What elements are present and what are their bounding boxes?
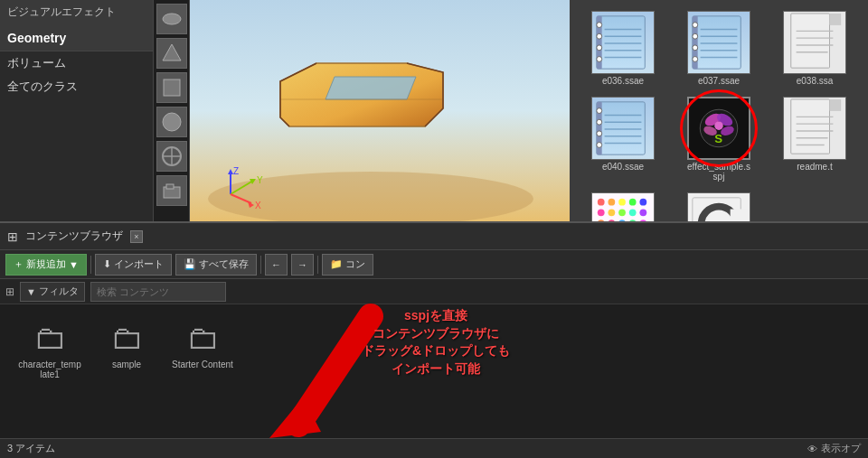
content-browser-close[interactable]: ×: [130, 230, 143, 243]
import-label: インポート: [114, 257, 164, 271]
file-thumb-ss-effect-png: [591, 192, 655, 221]
folder-sample[interactable]: 🗀 sample: [99, 315, 154, 373]
svg-point-66: [714, 121, 722, 129]
items-count: 3 アイテム: [7, 442, 55, 455]
file-thumb-effect-sample: S: [687, 97, 750, 160]
show-options-label: 表示オプ: [821, 442, 861, 455]
view-options: 👁 表示オプ: [807, 442, 861, 455]
filter-icon: ▼: [26, 286, 36, 297]
svg-rect-1: [164, 79, 180, 96]
svg-rect-42: [791, 14, 830, 68]
plus-icon: ＋: [14, 257, 24, 271]
thumb-4[interactable]: [156, 107, 187, 137]
file-name-e037: e037.ssae: [698, 76, 740, 86]
svg-point-2: [163, 113, 181, 131]
forward-button[interactable]: →: [291, 254, 314, 276]
svg-point-82: [598, 209, 605, 216]
file-browser: e036.ssae: [570, 0, 868, 221]
thumb-strip: [153, 0, 189, 221]
thumb-3[interactable]: [156, 72, 187, 103]
file-item-ss-effect-ssce[interactable]: ss_effect_c.ssce: [673, 189, 765, 221]
svg-point-85: [629, 209, 637, 216]
content-browser-statusbar: 3 アイテム 👁 表示オプ: [0, 438, 868, 458]
thumb-6[interactable]: [156, 175, 187, 206]
folder-icon-2: 🗀: [110, 319, 143, 357]
folder-starter-content[interactable]: 🗀 Starter Content: [168, 315, 237, 373]
svg-point-24: [597, 45, 602, 51]
svg-point-0: [163, 14, 181, 24]
save-all-button[interactable]: 💾 すべて保存: [175, 254, 257, 276]
file-name-effect-sample: effect_sample.sspj: [687, 162, 750, 182]
grid-view-icon: ⊞: [5, 285, 14, 298]
file-item-e040[interactable]: e040.ssae: [577, 93, 669, 185]
search-input[interactable]: [90, 282, 226, 302]
svg-rect-49: [597, 102, 645, 154]
file-name-e038: e038.ssa: [797, 76, 834, 86]
eye-icon: 👁: [807, 444, 817, 454]
file-item-readme[interactable]: readme.t: [769, 93, 861, 185]
svg-text:S: S: [714, 132, 722, 145]
folder-character-template[interactable]: 🗀 character_template1: [14, 315, 85, 383]
svg-point-23: [597, 33, 602, 39]
file-grid: e036.ssae: [570, 0, 868, 221]
svg-point-51: [597, 108, 602, 114]
more-button[interactable]: 📁 コン: [322, 254, 373, 276]
file-item-e037[interactable]: e037.ssae: [673, 7, 765, 89]
thumb-2[interactable]: [156, 38, 187, 69]
file-item-effect-sample[interactable]: S effect_sample.sspj: [673, 93, 765, 185]
save-label: すべて保存: [199, 257, 249, 271]
folder-icon: 📁: [330, 258, 343, 270]
folder-name-2: sample: [112, 360, 141, 369]
folder-icon-1: 🗀: [33, 319, 66, 357]
svg-point-34: [693, 33, 698, 39]
svg-rect-70: [830, 99, 842, 111]
file-name-e036: e036.ssae: [602, 76, 644, 86]
svg-rect-104: [731, 209, 748, 221]
svg-point-54: [597, 143, 602, 148]
import-button[interactable]: ⬇ インポート: [95, 254, 172, 276]
thumb-5[interactable]: [156, 141, 187, 172]
grid-icon: ⊞: [7, 229, 18, 244]
filter-button[interactable]: ▼ フィルタ: [20, 282, 85, 302]
svg-point-22: [597, 23, 602, 28]
sep3: [317, 256, 318, 274]
file-thumb-e036: [591, 11, 655, 74]
svg-point-80: [629, 199, 637, 206]
import-icon: ⬇: [103, 258, 111, 270]
file-item-e038[interactable]: e038.ssa: [769, 7, 861, 89]
svg-point-33: [693, 23, 698, 28]
filter-toolbar: ⊞ ▼ フィルタ: [0, 279, 868, 304]
file-item-ss-effect-png[interactable]: ss_effect_c.png: [577, 189, 669, 221]
new-add-button[interactable]: ＋ 新規追加 ▼: [5, 254, 87, 276]
content-browser-toolbar: ＋ 新規追加 ▼ ⬇ インポート 💾 すべて保存 ← → 📁 コン: [0, 250, 868, 279]
svg-point-83: [608, 209, 615, 216]
file-thumb-e038: [783, 11, 846, 74]
sep1: [90, 256, 91, 274]
file-thumb-e037: [687, 11, 750, 74]
new-add-label: 新規追加: [26, 257, 66, 271]
content-browser-titlebar: ⊞ コンテンツブラウザ ×: [0, 223, 868, 250]
svg-text:X: X: [255, 201, 261, 210]
svg-point-78: [608, 199, 615, 206]
svg-point-79: [618, 199, 626, 206]
svg-text:Y: Y: [257, 175, 263, 185]
forward-icon: →: [297, 259, 307, 270]
file-item-e036[interactable]: e036.ssae: [577, 7, 669, 89]
thumb-1[interactable]: [156, 4, 187, 34]
save-icon: 💾: [184, 258, 196, 270]
back-icon: ←: [271, 259, 281, 270]
svg-rect-31: [693, 16, 741, 69]
svg-point-84: [618, 209, 626, 216]
viewport-svg: Z Y X: [190, 0, 570, 221]
file-thumb-readme: [783, 97, 846, 160]
file-name-e040: e040.ssae: [602, 162, 644, 172]
svg-rect-20: [597, 16, 645, 69]
back-button[interactable]: ←: [265, 254, 288, 276]
svg-rect-76: [592, 193, 654, 221]
folder-name-1: character_template1: [18, 360, 81, 379]
file-thumb-e040: [591, 97, 655, 160]
svg-point-86: [639, 209, 646, 216]
content-browser-title: コンテンツブラウザ: [25, 229, 123, 244]
sep2: [260, 256, 261, 274]
file-name-readme: readme.t: [797, 162, 832, 172]
